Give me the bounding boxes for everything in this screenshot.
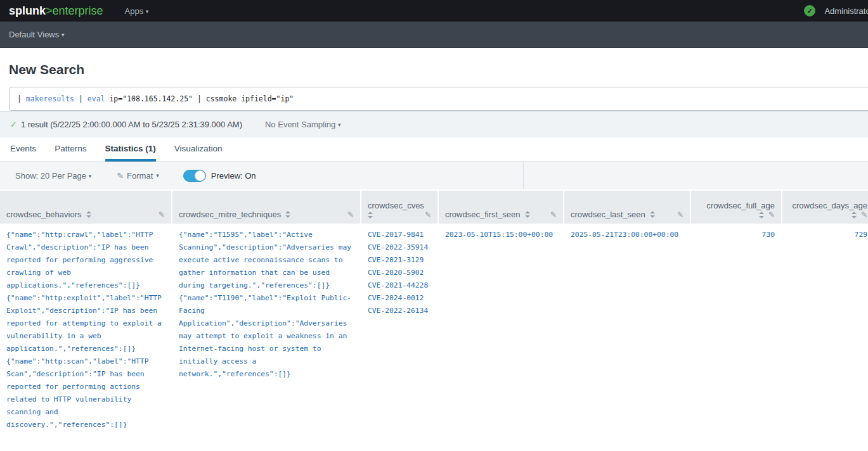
- default-views-label: Default Views: [9, 30, 59, 39]
- cell-crowdsec-behaviors[interactable]: {"name":"http:crawl","label":"HTTP Crawl…: [0, 224, 171, 436]
- cell-crowdsec-mitre-techniques[interactable]: {"name":"T1595","label":"Active Scanning…: [172, 224, 360, 436]
- query-pipe: |: [17, 94, 26, 103]
- tab-events[interactable]: Events: [10, 144, 36, 162]
- logo-gt-icon: >: [46, 4, 53, 17]
- tab-visualization[interactable]: Visualization: [174, 144, 223, 162]
- column-label: crowdsec_days_age: [792, 201, 867, 210]
- multivalue-item: CVE-2017-9841: [368, 229, 431, 241]
- edit-column-pencil-icon[interactable]: ✎: [425, 210, 431, 219]
- topbar-right-group: ✓ Administrator: [804, 5, 868, 16]
- user-menu[interactable]: Administrator: [824, 6, 868, 16]
- format-menu[interactable]: ✎ Format ▾: [117, 171, 159, 181]
- column-label: crowdsec_mitre_techniques: [179, 210, 281, 219]
- chevron-down-icon: ▾: [156, 172, 159, 179]
- edit-column-pencil-icon[interactable]: ✎: [347, 210, 354, 219]
- table-header-row: crowdsec_behaviors ✎ crowdsec_mitre_tech…: [0, 191, 868, 224]
- multivalue-item: CVE-2020-5902: [368, 267, 431, 279]
- edit-column-pencil-icon[interactable]: ✎: [550, 210, 557, 219]
- pencil-icon: ✎: [117, 171, 124, 181]
- column-header-crowdsec-cves[interactable]: crowdsec_cves ✎: [361, 191, 437, 224]
- column-header-crowdsec-mitre-techniques[interactable]: crowdsec_mitre_techniques ✎: [172, 191, 360, 224]
- per-page-menu[interactable]: Show: 20 Per Page ▾: [15, 171, 91, 181]
- chevron-down-icon: ▾: [62, 32, 65, 38]
- preview-toggle[interactable]: [183, 170, 206, 182]
- page-title: New Search: [9, 62, 859, 77]
- table-row: {"name":"http:crawl","label":"HTTP Crawl…: [0, 224, 868, 436]
- column-header-crowdsec-behaviors[interactable]: crowdsec_behaviors ✎: [0, 191, 171, 224]
- chevron-down-icon: ▾: [338, 122, 341, 128]
- sort-icon[interactable]: [650, 211, 655, 218]
- toggle-knob: [195, 170, 205, 181]
- multivalue-item: CVE-2022-35914: [368, 241, 431, 254]
- edit-column-pencil-icon[interactable]: ✎: [159, 210, 165, 219]
- splunk-enterprise-logo[interactable]: splunk>enterprise: [9, 4, 103, 18]
- sort-icon[interactable]: [86, 211, 91, 218]
- per-page-label: Show: 20 Per Page: [15, 171, 86, 181]
- edit-column-pencil-icon[interactable]: ✎: [677, 210, 683, 219]
- result-summary-text: 1 result (5/22/25 2:00:00.000 AM to 5/23…: [21, 120, 242, 129]
- top-navigation-bar: splunk>enterprise Apps ▾ ✓ Administrator: [0, 0, 868, 22]
- status-check-icon: ✓: [804, 5, 815, 16]
- results-controls-bar: Show: 20 Per Page ▾ ✎ Format ▾ Preview: …: [0, 162, 868, 189]
- column-header-crowdsec-first-seen[interactable]: crowdsec_first_seen ✎: [439, 191, 563, 224]
- statistics-table: crowdsec_behaviors ✎ crowdsec_mitre_tech…: [0, 191, 868, 436]
- column-label: crowdsec_last_seen: [571, 210, 645, 219]
- result-complete-check-icon: ✓: [10, 120, 17, 129]
- column-label: crowdsec_full_age: [706, 201, 775, 210]
- sort-icon[interactable]: [285, 211, 290, 218]
- logo-enterprise-text: enterprise: [53, 4, 103, 17]
- chevron-down-icon: ▾: [146, 8, 149, 15]
- chevron-down-icon: ▾: [89, 173, 92, 179]
- query-args: ip="108.165.142.25" | cssmoke ipfield="i…: [105, 94, 294, 103]
- column-label: crowdsec_cves: [368, 201, 424, 210]
- result-info-bar: ✓ 1 result (5/22/25 2:00:00.000 AM to 5/…: [0, 111, 868, 137]
- column-header-crowdsec-full-age[interactable]: crowdsec_full_age ✎: [691, 191, 781, 224]
- apps-menu-label: Apps: [125, 6, 144, 16]
- cell-crowdsec-first-seen[interactable]: 2023-05-10T15:15:00+00:00: [439, 224, 563, 436]
- multivalue-item: {"name":"http:exploit","label":"HTTP Exp…: [6, 292, 165, 355]
- results-tab-bar: Events Patterns Statistics (1) Visualiza…: [0, 137, 868, 162]
- tab-statistics[interactable]: Statistics (1): [105, 144, 156, 162]
- search-query-bar[interactable]: | makeresults | eval ip="108.165.142.25"…: [9, 87, 868, 111]
- column-header-crowdsec-days-age[interactable]: crowdsec_days_age ✎: [782, 191, 868, 224]
- event-sampling-label: No Event Sampling: [265, 120, 335, 129]
- multivalue-item: {"name":"T1190","label":"Exploit Public-…: [179, 292, 354, 381]
- multivalue-item: {"name":"http:scan","label":"HTTP Scan",…: [6, 355, 165, 431]
- tab-patterns[interactable]: Patterns: [55, 144, 86, 162]
- query-command-eval: eval: [87, 94, 105, 103]
- column-header-crowdsec-last-seen[interactable]: crowdsec_last_seen ✎: [564, 191, 690, 224]
- preview-state-label: Preview: On: [211, 171, 256, 181]
- cell-crowdsec-days-age[interactable]: 729: [782, 224, 868, 436]
- event-sampling-menu[interactable]: No Event Sampling ▾: [265, 120, 340, 129]
- sort-icon[interactable]: [525, 211, 530, 218]
- multivalue-item: CVE-2022-26134: [368, 305, 431, 317]
- multivalue-item: {"name":"T1595","label":"Active Scanning…: [179, 229, 354, 292]
- sort-icon[interactable]: [759, 212, 764, 219]
- multivalue-item: {"name":"http:crawl","label":"HTTP Crawl…: [6, 229, 165, 292]
- edit-column-pencil-icon[interactable]: ✎: [861, 210, 867, 219]
- app-context-bar: Default Views ▾: [0, 22, 868, 48]
- cell-crowdsec-cves[interactable]: CVE-2017-9841CVE-2022-35914CVE-2021-3129…: [361, 224, 437, 436]
- sort-icon[interactable]: [852, 212, 857, 219]
- query-command-makeresults: makeresults: [26, 94, 74, 103]
- cell-crowdsec-last-seen[interactable]: 2025-05-21T23:00:00+00:00: [564, 224, 690, 436]
- apps-menu[interactable]: Apps ▾: [125, 6, 149, 16]
- sort-icon[interactable]: [368, 212, 373, 219]
- column-label: crowdsec_first_seen: [445, 210, 521, 219]
- edit-column-pencil-icon[interactable]: ✎: [768, 210, 775, 219]
- format-label: Format: [127, 171, 153, 181]
- column-label: crowdsec_behaviors: [6, 210, 82, 219]
- controls-divider: [523, 162, 524, 189]
- search-title-section: New Search: [0, 48, 868, 87]
- logo-splunk-text: splunk: [9, 4, 46, 17]
- cell-crowdsec-full-age[interactable]: 730: [691, 224, 781, 436]
- multivalue-item: CVE-2021-44228: [368, 279, 431, 292]
- default-views-menu[interactable]: Default Views ▾: [9, 30, 64, 39]
- search-query-text[interactable]: | makeresults | eval ip="108.165.142.25"…: [17, 94, 294, 103]
- multivalue-item: CVE-2024-0012: [368, 292, 431, 305]
- multivalue-item: CVE-2021-3129: [368, 254, 431, 267]
- query-pipe: |: [74, 94, 87, 103]
